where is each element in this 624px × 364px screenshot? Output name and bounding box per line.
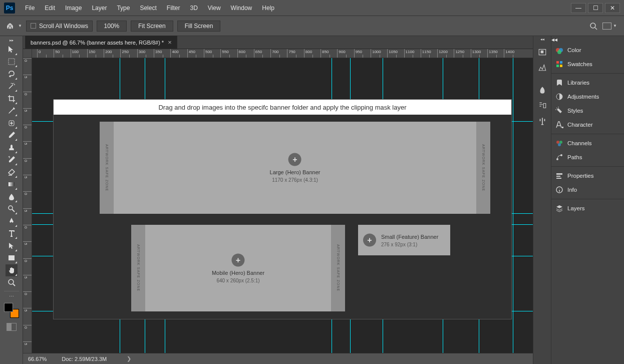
svg-line-2 <box>595 28 597 30</box>
svg-rect-26 <box>556 176 560 177</box>
svg-rect-10 <box>540 51 543 54</box>
svg-rect-25 <box>556 173 562 175</box>
add-icon: + <box>288 153 301 166</box>
gradient-tool[interactable] <box>6 178 18 190</box>
magic-wand-tool[interactable] <box>6 80 18 92</box>
color-swatches[interactable] <box>4 303 19 318</box>
move-tool[interactable] <box>6 44 18 56</box>
banner-dimensions: 276 x 92px (3:1) <box>381 241 417 247</box>
color-icon <box>555 46 563 54</box>
panel-properties[interactable]: Properties <box>551 169 624 183</box>
rectangle-tool[interactable] <box>6 252 18 264</box>
brushes-icon[interactable] <box>535 83 549 97</box>
search-icon[interactable] <box>589 22 597 30</box>
menu-layer[interactable]: Layer <box>87 0 112 16</box>
eyedropper-tool[interactable] <box>6 105 18 117</box>
large-hero-banner-placeholder: ARTWORK SAFE ZONE ARTWORK SAFE ZONE + La… <box>100 122 490 214</box>
scroll-all-windows-checkbox[interactable]: Scroll All Windows <box>26 21 93 32</box>
navigator-icon[interactable] <box>535 45 549 59</box>
safezone-label: ARTWORK SAFE ZONE <box>105 144 109 191</box>
eraser-tool[interactable] <box>6 166 18 178</box>
vertical-guide[interactable] <box>513 58 513 353</box>
fill-screen-button[interactable]: Fill Screen <box>177 21 221 32</box>
close-tab-icon[interactable]: × <box>168 39 172 46</box>
panel-info[interactable]: Info <box>551 183 624 197</box>
menu-file[interactable]: File <box>20 0 40 16</box>
path-selection-tool[interactable] <box>6 240 18 252</box>
info-icon <box>555 186 563 194</box>
dodge-tool[interactable] <box>6 203 18 215</box>
workspace-switcher[interactable]: ▼ <box>602 23 617 30</box>
layers-icon <box>555 204 563 212</box>
current-tool-indicator[interactable] <box>4 20 16 32</box>
panel-channels[interactable]: Channels <box>551 136 624 150</box>
menu-filter[interactable]: Filter <box>162 0 185 16</box>
banner-dimensions: 1170 x 276px (4.3:1) <box>272 177 318 183</box>
menu-window[interactable]: Window <box>226 0 257 16</box>
tools-expand-toggle[interactable]: ▸▸ <box>0 37 23 43</box>
channels-icon <box>555 139 563 147</box>
status-zoom[interactable]: 66.67% <box>28 356 47 362</box>
type-tool[interactable] <box>6 227 18 239</box>
safezone-label: ARTWORK SAFE ZONE <box>482 144 485 191</box>
quick-mask-toggle[interactable] <box>7 323 17 331</box>
document-canvas[interactable]: Drag and drop images into the specifc ba… <box>53 99 512 319</box>
panel-color[interactable]: Color <box>551 43 624 57</box>
histogram-icon[interactable] <box>535 60 549 74</box>
app-logo: Ps <box>4 3 15 14</box>
ruler-origin[interactable] <box>23 49 32 58</box>
brush-settings-icon[interactable] <box>535 99 549 113</box>
pen-tool[interactable] <box>6 215 18 227</box>
adjustments-icon <box>555 93 563 101</box>
paragraph-icon[interactable] <box>535 114 549 128</box>
banner-dimensions: 640 x 260px (2.5:1) <box>216 277 259 283</box>
healing-brush-tool[interactable] <box>6 117 18 129</box>
menu-view[interactable]: View <box>203 0 226 16</box>
status-menu-icon[interactable]: ❯ <box>127 355 131 362</box>
menu-type[interactable]: Type <box>112 0 135 16</box>
small-feature-banner-placeholder: + Small (Feature) Banner 276 x 92px (3:1… <box>358 225 450 255</box>
safezone-label: ARTWORK SAFE ZONE <box>137 244 140 291</box>
menu-3d[interactable]: 3D <box>185 0 202 16</box>
foreground-color-swatch[interactable] <box>4 303 13 312</box>
vertical-ruler[interactable]: 050505050505050505 <box>23 58 32 353</box>
blur-tool[interactable] <box>6 191 18 203</box>
menu-help[interactable]: Help <box>257 0 279 16</box>
menu-edit[interactable]: Edit <box>40 0 60 16</box>
scroll-all-windows-label: Scroll All Windows <box>39 23 88 30</box>
panel-adjustments[interactable]: Adjustments <box>551 90 624 104</box>
lasso-tool[interactable] <box>6 68 18 80</box>
panel-collapse-toggle[interactable]: ◂◂ <box>551 36 624 43</box>
document-area: banners.psd @ 66.7% (banner assets here,… <box>23 36 533 364</box>
panel-swatches[interactable]: Swatches <box>551 57 624 71</box>
crop-tool[interactable] <box>6 93 18 105</box>
brush-tool[interactable] <box>6 129 18 141</box>
panel-layers[interactable]: Layers <box>551 201 624 215</box>
canvas-viewport[interactable]: Drag and drop images into the specifc ba… <box>32 58 533 353</box>
horizontal-ruler[interactable]: 0501001502002503003504004505005506006507… <box>32 49 533 58</box>
hand-tool[interactable] <box>6 264 18 276</box>
window-close-button[interactable]: ✕ <box>605 3 620 13</box>
marquee-tool[interactable] <box>6 56 18 68</box>
menu-image[interactable]: Image <box>60 0 87 16</box>
dock-collapse-toggle[interactable]: ◂◂ <box>540 37 544 43</box>
clone-stamp-tool[interactable] <box>6 142 18 154</box>
panel-character[interactable]: Character <box>551 118 624 132</box>
panel-styles[interactable]: Styles <box>551 104 624 118</box>
zoom-tool[interactable] <box>6 276 18 288</box>
zoom-level-field[interactable]: 100% <box>97 21 127 32</box>
swatches-icon <box>555 60 563 68</box>
properties-icon <box>555 172 563 180</box>
document-tab[interactable]: banners.psd @ 66.7% (banner assets here,… <box>25 36 177 49</box>
dropdown-caret-icon[interactable]: ▼ <box>18 24 22 28</box>
window-minimize-button[interactable]: — <box>571 3 586 13</box>
add-icon: + <box>232 253 245 266</box>
window-maximize-button[interactable]: ☐ <box>588 3 603 13</box>
banner-title: Small (Feature) Banner <box>381 233 438 239</box>
panel-paths[interactable]: Paths <box>551 150 624 164</box>
status-doc-size[interactable]: Doc: 2.59M/23.3M <box>62 356 107 362</box>
panel-libraries[interactable]: Libraries <box>551 76 624 90</box>
menu-select[interactable]: Select <box>135 0 161 16</box>
fit-screen-button[interactable]: Fit Screen <box>131 21 173 32</box>
history-brush-tool[interactable] <box>6 154 18 166</box>
